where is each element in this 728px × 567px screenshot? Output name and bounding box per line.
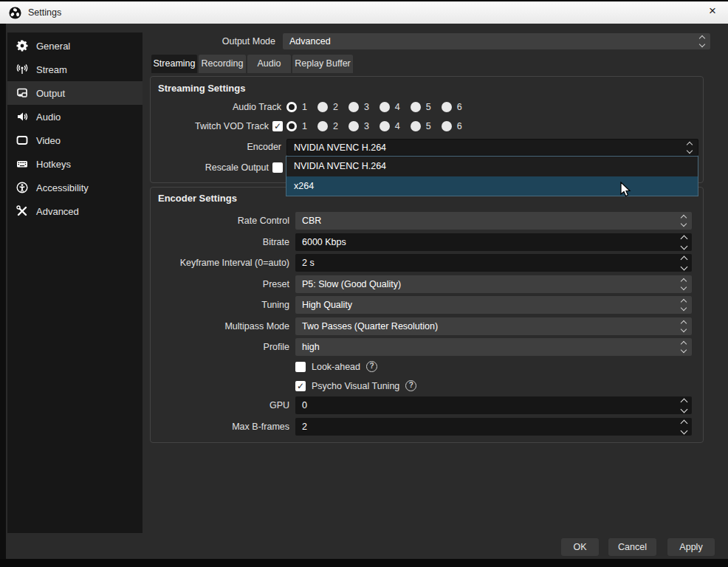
radio-icon [442,121,452,131]
radio-option[interactable]: 3 [348,102,369,112]
audio-track-label: Audio Track [150,101,281,113]
chevron-updown-icon [681,216,686,226]
sidebar-item-output[interactable]: Output [7,81,142,105]
radio-icon [380,121,390,131]
twitch-vod-label: Twitch VOD Track [150,120,269,132]
look-ahead-checkbox[interactable] [295,362,306,372]
sidebar-item-label: Advanced [36,206,79,217]
encoder-label: Encoder [150,139,281,156]
spin-up-button[interactable] [680,235,687,242]
tuning-select[interactable]: High Quality [295,296,692,314]
help-icon[interactable]: ? [405,380,416,391]
ok-button[interactable]: OK [561,538,599,556]
radio-option[interactable]: 3 [348,121,369,131]
chevron-updown-icon [681,321,686,331]
keyframe-interval-input[interactable]: 2 s [295,254,692,272]
sidebar-item-label: Output [36,88,65,99]
bottom-edge [0,559,728,567]
psycho-visual-label: Psycho Visual Tuning [312,381,399,391]
spin-up-button[interactable] [680,255,687,263]
twitch-vod-radios: 1 2 3 4 5 6 [286,120,462,132]
preset-label: Preset [150,275,289,293]
chevron-updown-icon [681,342,686,352]
tab-recording[interactable]: Recording [199,55,246,73]
left-edge [0,24,6,567]
sidebar-item-video[interactable]: Video [7,128,142,152]
spin-down-button[interactable] [680,405,687,413]
radio-option[interactable]: 5 [411,121,431,131]
output-mode-select[interactable]: Advanced [283,33,710,49]
audio-track-radios: 1 2 3 4 5 6 [286,101,462,113]
preset-select[interactable]: P5: Slow (Good Quality) [295,275,692,293]
radio-option[interactable]: 4 [380,102,400,112]
dropdown-option-nvenc[interactable]: NVIDIA NVENC H.264 [286,157,698,176]
gpu-input[interactable]: 0 [295,396,692,414]
sidebar-item-audio[interactable]: Audio [7,105,142,128]
radio-icon [411,121,421,131]
radio-option[interactable]: 2 [317,121,338,131]
radio-option[interactable]: 1 [286,121,307,131]
max-bframes-input[interactable]: 2 [295,418,692,436]
rescale-output-label: Rescale Output [150,162,269,173]
sidebar-item-label: Audio [36,111,61,123]
dropdown-option-x264[interactable]: x264 [286,176,698,196]
sidebar: General Stream Output Audio Video Hotkey… [7,32,142,533]
encoder-value: NVIDIA NVENC H.264 [294,142,386,153]
radio-option[interactable]: 6 [442,121,462,131]
cancel-button[interactable]: Cancel [608,538,656,556]
profile-select[interactable]: high [295,338,692,356]
apply-button[interactable]: Apply [667,538,715,556]
title-bar: Settings [0,1,728,24]
sidebar-item-label: Accessibility [36,182,89,193]
radio-icon [411,102,421,112]
radio-icon [380,102,390,112]
radio-icon [442,102,452,112]
radio-option[interactable]: 5 [411,102,431,112]
rate-control-select[interactable]: CBR [295,212,692,230]
rescale-output-checkbox[interactable] [272,162,283,173]
gear-icon [16,40,28,52]
close-button[interactable]: × [701,0,724,22]
spin-up-button[interactable] [680,419,687,427]
spin-down-button[interactable] [680,242,687,250]
encoder-settings-title: Encoder Settings [158,193,237,204]
multipass-mode-select[interactable]: Two Passes (Quarter Resolution) [295,317,692,335]
sidebar-item-accessibility[interactable]: Accessibility [7,176,142,199]
radio-option[interactable]: 1 [286,102,307,112]
look-ahead-label: Look-ahead [312,362,360,372]
radio-option[interactable]: 6 [442,102,462,112]
tab-replay-buffer[interactable]: Replay Buffer [292,55,353,73]
bitrate-label: Bitrate [150,233,289,251]
speaker-icon [16,111,28,123]
spin-down-button[interactable] [680,427,687,434]
spin-down-button[interactable] [680,263,687,270]
sidebar-item-label: Hotkeys [36,159,71,170]
sidebar-item-general[interactable]: General [7,34,142,58]
tab-streaming[interactable]: Streaming [151,55,197,73]
radio-selected-icon [286,121,297,131]
radio-icon [348,102,359,112]
radio-option[interactable]: 4 [380,121,400,131]
profile-label: Profile [150,338,289,356]
encoder-select[interactable]: NVIDIA NVENC H.264 [286,139,698,156]
tuning-label: Tuning [150,296,289,314]
look-ahead-row: Look-ahead ? [295,361,377,372]
radio-option[interactable]: 2 [317,102,338,112]
psycho-visual-checkbox[interactable]: ✓ [295,381,306,391]
sidebar-item-advanced[interactable]: Advanced [7,199,142,223]
tools-icon [16,205,28,217]
spin-up-button[interactable] [680,398,687,405]
sidebar-item-stream[interactable]: Stream [7,58,142,81]
multipass-mode-label: Multipass Mode [150,317,289,335]
streaming-settings-title: Streaming Settings [158,83,245,94]
sidebar-item-label: Video [36,135,61,146]
twitch-vod-checkbox[interactable]: ✓ [272,121,283,131]
rate-control-label: Rate Control [150,212,289,230]
tab-audio[interactable]: Audio [247,55,291,73]
bitrate-input[interactable]: 6000 Kbps [295,233,692,251]
radio-icon [317,102,328,112]
encoder-dropdown-list: NVIDIA NVENC H.264 x264 [286,156,698,196]
sidebar-item-hotkeys[interactable]: Hotkeys [7,152,142,176]
window-title: Settings [28,7,61,18]
help-icon[interactable]: ? [366,361,377,372]
